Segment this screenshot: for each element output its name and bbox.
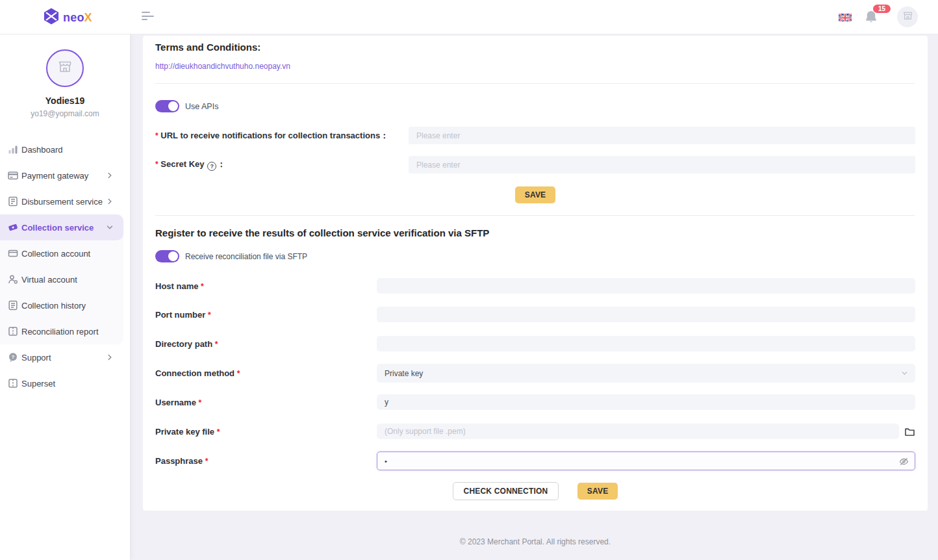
document-list-icon	[7, 299, 19, 311]
secret-key-label: * Secret Key ?：	[155, 159, 409, 171]
sidebar-item-support[interactable]: ? Support	[0, 344, 123, 370]
eye-slash-icon[interactable]	[899, 457, 909, 466]
private-key-file-input[interactable]	[377, 424, 899, 439]
sftp-section-title: Register to receive the results of colle…	[155, 227, 489, 238]
user-email: yo19@yopmail.com	[0, 109, 130, 118]
sidebar-item-dashboard[interactable]: Dashboard	[0, 136, 123, 162]
top-header: neoX 15	[0, 0, 938, 34]
sidebar-item-disbursement-service[interactable]: Disbursement service	[0, 188, 123, 214]
sidebar-item-label: Disbursement service	[21, 197, 105, 207]
disbursement-icon	[7, 196, 19, 207]
terms-title: Terms and Conditions:	[155, 42, 260, 53]
main-content-card: Terms and Conditions: http://dieukhoandi…	[143, 36, 928, 511]
use-apis-toggle-row: Use APIs	[155, 100, 218, 112]
required-asterisk: *	[155, 131, 158, 140]
sidebar-item-collection-history[interactable]: Collection history	[0, 292, 123, 318]
notification-url-input[interactable]	[409, 127, 915, 144]
sidebar-item-label: Collection account	[21, 249, 114, 259]
required-asterisk: *	[205, 457, 209, 466]
sidebar-item-collection-service[interactable]: Collection service	[0, 214, 123, 240]
collection-service-group: Collection service Collection account	[0, 214, 123, 344]
use-apis-toggle-label: Use APIs	[185, 102, 218, 111]
sftp-toggle-row: Receive reconciliation file via SFTP	[155, 250, 307, 262]
port-number-label: Port number *	[155, 310, 377, 320]
private-key-file-row: Private key file *	[155, 424, 915, 439]
host-name-label: Host name *	[155, 281, 377, 291]
superset-icon	[7, 377, 19, 389]
sidebar-item-label: Collection service	[21, 223, 105, 233]
sidebar-item-label: Dashboard	[21, 145, 114, 155]
sidebar-item-payment-gateway[interactable]: Payment gateway	[0, 162, 123, 188]
secret-key-input[interactable]	[409, 156, 915, 173]
secret-key-row: * Secret Key ?：	[155, 156, 915, 173]
brand-text-neo: neo	[63, 11, 84, 24]
chevron-right-icon	[105, 171, 114, 180]
connection-method-row: Connection method * Private key	[155, 364, 915, 383]
required-asterisk: *	[215, 340, 218, 349]
required-asterisk: *	[208, 311, 211, 320]
passphrase-input[interactable]	[377, 457, 915, 465]
private-key-file-label: Private key file *	[155, 427, 377, 437]
passphrase-label: Passphrase *	[155, 456, 377, 466]
sidebar-item-collection-account[interactable]: Collection account	[0, 240, 123, 266]
sidebar-item-label: Collection history	[21, 301, 114, 311]
user-avatar[interactable]	[46, 49, 84, 87]
sidebar-item-label: Reconciliation report	[21, 327, 114, 337]
account-avatar[interactable]	[897, 6, 918, 27]
notification-url-label: * URL to receive notifications for colle…	[155, 130, 409, 142]
folder-icon[interactable]	[904, 426, 915, 437]
sidebar-collapse-icon[interactable]	[142, 12, 156, 22]
sidebar-item-superset[interactable]: Superset	[0, 370, 123, 396]
help-circle-icon[interactable]: ?	[207, 162, 216, 171]
check-connection-button[interactable]: CHECK CONNECTION	[453, 482, 559, 500]
required-asterisk: *	[155, 160, 158, 169]
passphrase-row: Passphrase *	[155, 452, 915, 470]
sftp-toggle-label: Receive reconciliation file via SFTP	[185, 252, 307, 261]
directory-path-row: Directory path *	[155, 336, 915, 351]
connection-method-value: Private key	[385, 369, 423, 378]
sidebar-item-label: Payment gateway	[21, 171, 105, 181]
user-name: Yodies19	[0, 95, 130, 106]
sidebar-nav: Dashboard Payment gateway	[0, 136, 130, 396]
notification-count-badge: 15	[873, 5, 891, 13]
user-gear-icon	[7, 274, 19, 285]
username-row: Username *	[155, 394, 915, 410]
username-input[interactable]	[377, 394, 915, 410]
terms-link[interactable]: http://dieukhoandichvuthuho.neopay.vn	[155, 62, 290, 71]
divider	[155, 215, 915, 216]
wallet-icon	[7, 248, 19, 259]
chevron-down-icon	[105, 223, 114, 232]
username-label: Username *	[155, 398, 377, 407]
neox-logo-icon	[43, 8, 60, 27]
sidebar-item-virtual-account[interactable]: Virtual account	[0, 266, 123, 292]
connection-method-select[interactable]: Private key	[377, 364, 915, 383]
chevron-right-icon	[105, 353, 114, 362]
language-flag-uk[interactable]	[839, 13, 852, 21]
copyright-footer: © 2023 Merchant Portal. All rights reser…	[143, 537, 928, 546]
money-ticket-icon	[7, 222, 19, 233]
required-asterisk: *	[199, 398, 202, 407]
directory-path-label: Directory path *	[155, 339, 377, 349]
dashboard-icon	[7, 144, 19, 155]
connection-method-label: Connection method *	[155, 368, 377, 378]
host-name-input[interactable]	[377, 278, 915, 294]
sftp-save-button[interactable]: SAVE	[577, 483, 618, 500]
required-asterisk: *	[217, 427, 220, 437]
store-icon	[57, 59, 73, 77]
report-icon	[7, 325, 19, 337]
required-asterisk: *	[201, 282, 204, 291]
sidebar-item-reconciliation-report[interactable]: Reconciliation report	[0, 318, 123, 344]
directory-path-input[interactable]	[377, 336, 915, 351]
sftp-toggle[interactable]	[155, 250, 179, 262]
use-apis-toggle[interactable]	[155, 100, 179, 112]
chevron-down-icon	[900, 369, 909, 377]
port-number-input[interactable]	[377, 307, 915, 322]
sidebar-item-label: Support	[21, 353, 105, 363]
brand-logo[interactable]: neoX	[43, 8, 92, 27]
port-number-row: Port number *	[155, 307, 915, 322]
sidebar-item-label: Superset	[21, 379, 114, 388]
store-icon	[902, 10, 913, 24]
api-save-button[interactable]: SAVE	[515, 186, 556, 203]
sidebar-item-label: Virtual account	[21, 275, 114, 285]
host-name-row: Host name *	[155, 278, 915, 294]
